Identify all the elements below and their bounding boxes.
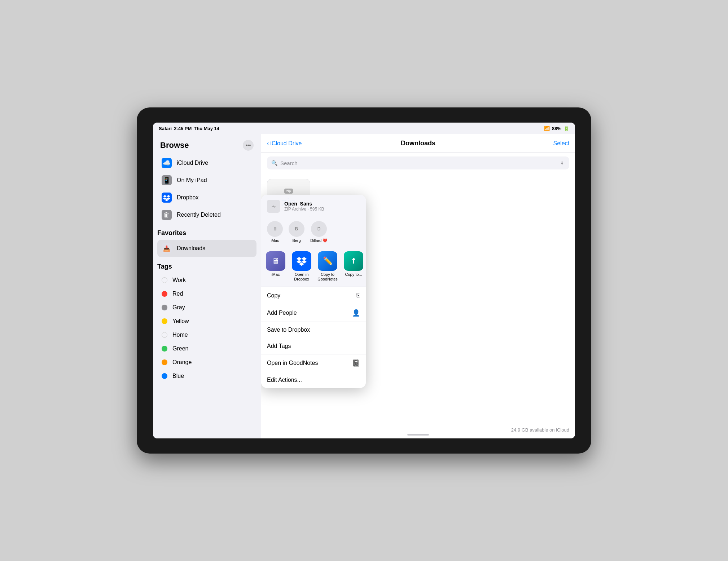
share-menu-add-people[interactable]: Add People 👤 xyxy=(261,304,366,322)
ellipsis-icon: ••• xyxy=(246,142,251,148)
contact-berg-avatar: B xyxy=(289,221,304,237)
status-bar: Safari 2:45 PM Thu May 14 📶 88% 🔋 xyxy=(153,123,575,134)
favorites-header: Favorites xyxy=(153,224,261,240)
favorites-section: 📥 Downloads xyxy=(153,240,261,257)
share-zip-icon: zip xyxy=(267,200,280,213)
sidebar-tag-blue[interactable]: Blue xyxy=(157,369,256,383)
share-file-name: Open_Sans xyxy=(284,201,360,207)
share-file-info: zip Open_Sans ZIP Archive · 595 KB xyxy=(261,195,366,218)
dropbox-icon xyxy=(162,193,172,203)
sidebar-icloud-label: iCloud Drive xyxy=(177,160,208,166)
share-menu-edit-actions[interactable]: Edit Actions... xyxy=(261,372,366,388)
sidebar-item-ipad[interactable]: 📱 On My iPad xyxy=(157,172,256,189)
sidebar-tag-green[interactable]: Green xyxy=(157,342,256,355)
sidebar-tag-home[interactable]: Home xyxy=(157,328,256,342)
share-app-imac-label: iMac xyxy=(271,272,280,277)
search-bar[interactable]: 🔍 Search 🎙 xyxy=(267,156,569,169)
search-icon: 🔍 xyxy=(271,160,277,166)
ipad-icon: 📱 xyxy=(162,175,172,185)
tags-section: Work Red Gray Yellow xyxy=(153,273,261,383)
sidebar-tag-orange[interactable]: Orange xyxy=(157,355,256,369)
share-contacts-row: 🖥 iMac B Berg D Dillard ❤️ xyxy=(261,218,366,246)
share-app-goodnotes-label: Copy to GoodNotes xyxy=(316,272,339,282)
contact-dillard-avatar: D xyxy=(311,221,327,237)
red-tag-label: Red xyxy=(172,291,183,297)
main-header: ‹ iCloud Drive Downloads Select xyxy=(261,134,575,153)
wifi-icon: 📶 xyxy=(544,126,550,131)
zip-badge: zip xyxy=(284,189,293,194)
contact-dillard[interactable]: D Dillard ❤️ xyxy=(310,221,328,243)
share-app-fontself[interactable]: f Copy to... xyxy=(342,251,363,282)
share-sheet: zip Open_Sans ZIP Archive · 595 KB xyxy=(261,195,366,388)
add-people-icon: 👤 xyxy=(352,309,360,317)
gray-tag-dot xyxy=(162,305,167,310)
red-tag-dot xyxy=(162,291,167,297)
share-app-imac[interactable]: 🖥 iMac xyxy=(264,251,287,282)
sidebar-item-dropbox[interactable]: Dropbox xyxy=(157,189,256,206)
sidebar-title: Browse xyxy=(160,141,189,150)
share-apps-scroll: 🖥 iMac xyxy=(264,251,363,282)
share-app-fontself-label: Copy to... xyxy=(345,272,362,277)
share-file-type: ZIP Archive xyxy=(284,207,306,212)
status-bar-date: Thu May 14 xyxy=(194,126,219,131)
goodnotes-menu-icon: 📓 xyxy=(352,359,360,367)
sidebar-tag-red[interactable]: Red xyxy=(157,287,256,301)
sidebar-item-deleted[interactable]: 🗑 Recently Deleted xyxy=(157,206,256,224)
share-app-dropbox-label: Open in Dropbox xyxy=(290,272,313,282)
app-container: Browse ••• ☁️ iCloud Drive 📱 On My iPad xyxy=(153,134,575,438)
contact-berg[interactable]: B Berg xyxy=(289,221,304,243)
sidebar: Browse ••• ☁️ iCloud Drive 📱 On My iPad xyxy=(153,134,261,438)
sidebar-tag-work[interactable]: Work xyxy=(157,273,256,287)
share-app-dropbox[interactable]: Open in Dropbox xyxy=(290,251,313,282)
work-tag-label: Work xyxy=(172,277,186,283)
scroll-indicator xyxy=(407,434,429,436)
green-tag-dot xyxy=(162,346,167,352)
save-dropbox-label: Save to Dropbox xyxy=(267,327,310,333)
nav-left: ‹ iCloud Drive xyxy=(267,140,302,147)
sidebar-item-icloud[interactable]: ☁️ iCloud Drive xyxy=(157,154,256,172)
share-app-goodnotes[interactable]: ✏️ Copy to GoodNotes xyxy=(316,251,339,282)
sidebar-ipad-label: On My iPad xyxy=(177,177,207,184)
share-file-size: 595 KB xyxy=(310,207,324,212)
sidebar-item-downloads[interactable]: 📥 Downloads xyxy=(157,240,256,257)
status-bar-time: 2:45 PM xyxy=(174,126,192,131)
share-app-dropbox-icon xyxy=(292,251,311,271)
contact-imac[interactable]: 🖥 iMac xyxy=(267,221,283,243)
downloads-icon: 📥 xyxy=(162,243,172,253)
sidebar-more-button[interactable]: ••• xyxy=(243,140,254,151)
yellow-tag-dot xyxy=(162,318,167,324)
open-goodnotes-label: Open in GoodNotes xyxy=(267,360,318,366)
share-file-details: Open_Sans ZIP Archive · 595 KB xyxy=(284,201,360,212)
sidebar-tag-yellow[interactable]: Yellow xyxy=(157,314,256,328)
search-placeholder: Search xyxy=(280,160,557,166)
share-menu-copy[interactable]: Copy ⎘ xyxy=(261,287,366,304)
copy-icon: ⎘ xyxy=(356,292,360,299)
select-button[interactable]: Select xyxy=(553,140,569,147)
orange-tag-label: Orange xyxy=(172,359,192,366)
sidebar-deleted-label: Recently Deleted xyxy=(177,212,221,218)
blue-tag-label: Blue xyxy=(172,373,184,379)
add-tags-label: Add Tags xyxy=(267,343,291,349)
back-button[interactable]: ‹ iCloud Drive xyxy=(267,140,302,147)
home-tag-label: Home xyxy=(172,332,188,338)
gray-tag-label: Gray xyxy=(172,304,185,311)
sidebar-dropbox-label: Dropbox xyxy=(177,194,198,201)
files-area: zip zip zip Open_Sans ZIP Archive xyxy=(261,173,575,438)
mic-icon: 🎙 xyxy=(560,160,565,166)
icloud-icon: ☁️ xyxy=(162,158,172,168)
sidebar-tag-gray[interactable]: Gray xyxy=(157,301,256,314)
share-menu-save-dropbox[interactable]: Save to Dropbox xyxy=(261,322,366,338)
blue-tag-dot xyxy=(162,373,167,379)
sidebar-header: Browse ••• xyxy=(153,134,261,154)
tags-header: Tags xyxy=(153,257,261,273)
battery-level: 88% xyxy=(552,126,561,131)
share-app-imac-icon: 🖥 xyxy=(266,251,285,271)
status-bar-app: Safari xyxy=(159,126,172,131)
share-apps-row: 🖥 iMac xyxy=(261,246,366,287)
contact-berg-name: Berg xyxy=(292,238,301,243)
share-menu-add-tags[interactable]: Add Tags xyxy=(261,338,366,354)
share-app-fontself-icon: f xyxy=(344,251,363,271)
back-chevron-icon: ‹ xyxy=(267,140,269,147)
main-content: ‹ iCloud Drive Downloads Select 🔍 Search… xyxy=(261,134,575,438)
share-menu-open-goodnotes[interactable]: Open in GoodNotes 📓 xyxy=(261,354,366,372)
